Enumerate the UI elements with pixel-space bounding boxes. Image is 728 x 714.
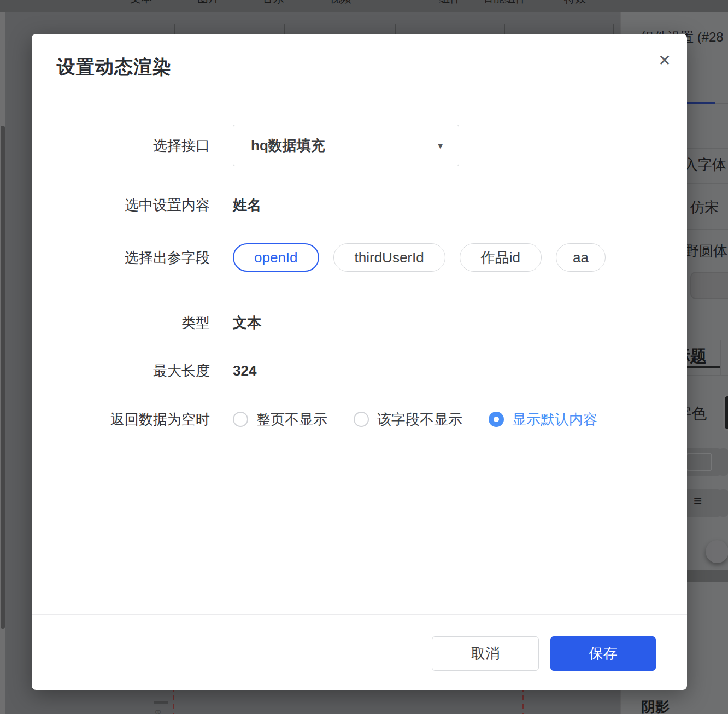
pill-openid[interactable]: openId xyxy=(233,243,319,272)
pill-work-id[interactable]: 作品id xyxy=(460,243,542,272)
radio-label: 整页不显示 xyxy=(256,410,327,429)
footer-divider xyxy=(32,614,687,615)
dialog-title: 设置动态渲染 xyxy=(57,55,172,80)
param-fields-label: 选择出参字段 xyxy=(32,248,210,267)
empty-data-options: 整页不显示 该字段不显示 显示默认内容 xyxy=(233,410,597,429)
type-value: 文本 xyxy=(233,313,261,332)
screen: 文本 图片 音乐 视频 组件 智能组件 特效 e 组件设置 (#28 导入字体 … xyxy=(0,0,728,714)
max-length-value: 324 xyxy=(233,362,256,379)
cancel-button[interactable]: 取消 xyxy=(432,636,539,671)
radio-label: 该字段不显示 xyxy=(377,410,462,429)
interface-selected-value: hq数据填充 xyxy=(233,136,325,155)
radio-label: 显示默认内容 xyxy=(512,410,597,429)
radio-show-default[interactable]: 显示默认内容 xyxy=(489,410,597,429)
max-length-label: 最大长度 xyxy=(32,361,210,381)
interface-label: 选择接口 xyxy=(32,136,210,155)
radio-selected-icon xyxy=(489,412,504,427)
param-field-options: openId thirdUserId 作品id aa xyxy=(233,243,606,272)
save-button[interactable]: 保存 xyxy=(550,636,656,671)
close-icon[interactable]: ✕ xyxy=(654,49,676,71)
chevron-down-icon: ▼ xyxy=(436,141,444,150)
type-label: 类型 xyxy=(32,313,210,332)
pill-aa[interactable]: aa xyxy=(556,243,606,272)
selected-content-value: 姓名 xyxy=(233,196,261,215)
pill-thirduserid[interactable]: thirdUserId xyxy=(333,243,445,272)
interface-select[interactable]: hq数据填充 ▼ xyxy=(233,125,459,166)
radio-hide-field[interactable]: 该字段不显示 xyxy=(354,410,462,429)
selected-content-label: 选中设置内容 xyxy=(32,196,210,215)
empty-data-label: 返回数据为空时 xyxy=(32,410,210,429)
radio-icon xyxy=(354,412,369,427)
radio-hide-page[interactable]: 整页不显示 xyxy=(233,410,327,429)
dynamic-render-dialog: 设置动态渲染 ✕ 选择接口 hq数据填充 ▼ 选中设置内容 姓名 选择出参字段 … xyxy=(32,34,687,690)
radio-icon xyxy=(233,412,248,427)
